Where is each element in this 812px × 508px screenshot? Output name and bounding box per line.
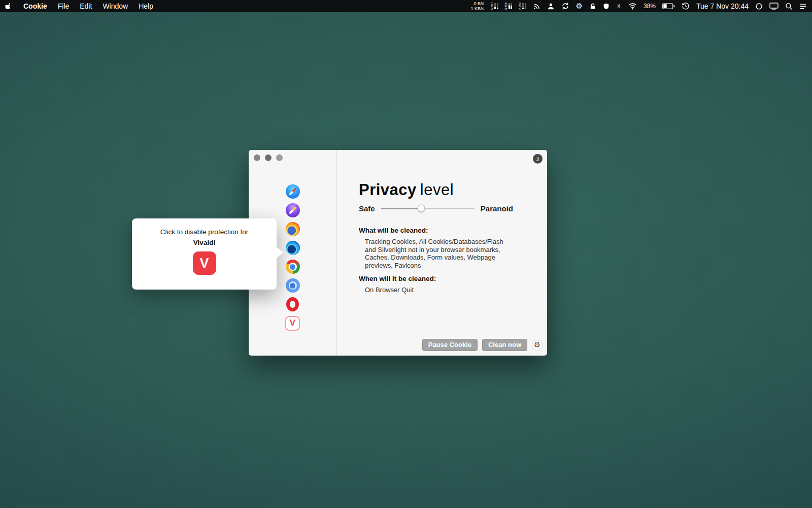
focus-ring-icon[interactable]	[755, 2, 763, 11]
menu-file[interactable]: File	[58, 2, 70, 10]
vivaldi-icon: V	[285, 316, 300, 331]
menu-bar: Cookie File Edit Window Help 0 B/s 1 KB/…	[0, 0, 812, 12]
notification-center-icon[interactable]	[799, 2, 807, 11]
disk-meter[interactable]: DSK	[519, 3, 526, 10]
sidebar-item-safari[interactable]	[285, 184, 300, 199]
mem-meter[interactable]: MEM	[505, 3, 513, 10]
net-up-speed: 0 B/s	[474, 1, 485, 6]
user-icon[interactable]	[547, 2, 555, 11]
pause-cookie-button[interactable]: Pause Cookie	[422, 339, 478, 351]
page-title: Privacylevel	[359, 181, 513, 199]
wifi-icon[interactable]	[628, 2, 637, 11]
disk-meter-bars	[522, 3, 526, 9]
sidebar-item-opera[interactable]	[285, 297, 300, 312]
clean-now-button[interactable]: Clean now	[482, 339, 527, 351]
sidebar-item-safari-tech-preview[interactable]	[285, 203, 300, 218]
menubar-app-name[interactable]: Cookie	[23, 2, 47, 10]
window-button-row: Pause Cookie Clean now ⚙	[422, 339, 543, 351]
privacy-slider-track[interactable]	[381, 208, 475, 209]
menubar-clock[interactable]: Tue 7 Nov 20:44	[696, 2, 749, 10]
cpu-meter-label: CPU	[491, 3, 493, 10]
search-icon[interactable]	[785, 2, 793, 11]
tooltip-text: Click to disable protection for	[132, 228, 277, 236]
cookie-app-window: J	[249, 150, 547, 356]
menu-window[interactable]: Window	[103, 2, 128, 10]
slider-label-safe: Safe	[359, 204, 375, 213]
network-speed-indicator[interactable]: 0 B/s 1 KB/s	[471, 1, 485, 11]
opera-icon	[286, 297, 299, 311]
page-title-bold: Privacy	[359, 181, 417, 199]
sidebar-item-vivaldi-selected[interactable]: V	[285, 315, 300, 331]
sidebar-item-firefox[interactable]	[285, 221, 300, 237]
what-cleaned-body: Tracking Cookies, All Cookies/Databases/…	[359, 238, 513, 269]
battery-icon[interactable]	[662, 2, 675, 11]
privacy-level-slider-row: Safe Paranoid	[359, 203, 513, 213]
time-machine-icon[interactable]	[682, 2, 690, 11]
tooltip-browser-name: Vivaldi	[132, 239, 277, 246]
lock-icon[interactable]	[589, 2, 596, 11]
sidebar-item-chromium[interactable]	[285, 278, 300, 293]
safari-tech-preview-icon	[286, 203, 300, 217]
disk-meter-label: DSK	[519, 3, 521, 10]
sync-icon[interactable]	[561, 2, 569, 11]
bluetooth-icon[interactable]	[616, 2, 622, 11]
when-cleaned-body: On Browser Quit	[359, 286, 513, 294]
privacy-panel: Privacylevel Safe Paranoid What will be …	[337, 150, 547, 356]
network-fan-icon[interactable]	[533, 2, 540, 11]
chrome-icon	[286, 260, 300, 274]
menu-edit[interactable]: Edit	[80, 2, 92, 10]
display-icon[interactable]	[769, 2, 779, 11]
chromium-icon	[286, 278, 300, 293]
privacy-slider-thumb[interactable]	[417, 205, 425, 212]
shield-icon[interactable]	[603, 2, 610, 11]
mem-meter-bars	[509, 3, 513, 9]
protection-tooltip: Click to disable protection for Vivaldi …	[132, 218, 277, 290]
menu-help[interactable]: Help	[139, 2, 153, 10]
privacy-slider-fill	[381, 208, 421, 209]
sidebar-item-firefox-developer[interactable]	[285, 240, 300, 256]
settings-gear-button[interactable]: ⚙	[532, 340, 543, 351]
firefox-developer-icon	[286, 241, 300, 255]
battery-fill	[663, 4, 667, 8]
firefox-icon	[286, 222, 300, 236]
what-cleaned-title: What will be cleaned:	[359, 227, 513, 234]
page-title-light: level	[420, 181, 454, 199]
when-cleaned-title: When will it be cleaned:	[359, 275, 513, 282]
cpu-meter-bars	[494, 3, 498, 9]
net-down-speed: 1 KB/s	[471, 6, 485, 11]
battery-percentage: 38%	[644, 3, 656, 10]
cpu-meter[interactable]: CPU	[491, 3, 498, 10]
apple-menu-icon[interactable]	[5, 2, 13, 10]
slider-label-paranoid: Paranoid	[481, 204, 513, 213]
gear-menu-icon[interactable]: ⚙	[576, 2, 583, 11]
mem-meter-label: MEM	[505, 3, 507, 10]
safari-icon	[286, 184, 300, 199]
sidebar-item-chrome[interactable]	[285, 259, 300, 274]
desktop-background: Cookie File Edit Window Help 0 B/s 1 KB/…	[0, 0, 812, 508]
tooltip-vivaldi-icon: V	[193, 251, 216, 275]
